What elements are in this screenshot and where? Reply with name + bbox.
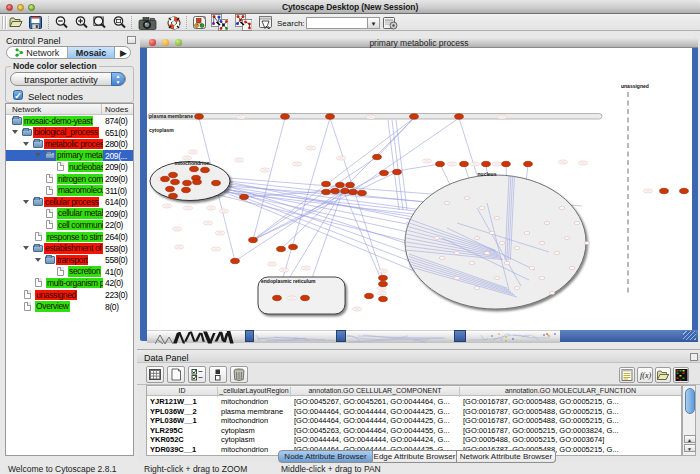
svg-text:plasma membrane: plasma membrane bbox=[149, 113, 193, 119]
svg-text:cytoplasm: cytoplasm bbox=[149, 127, 174, 133]
svg-text:unassigned: unassigned bbox=[621, 83, 649, 89]
svg-text:nucleus: nucleus bbox=[478, 170, 497, 176]
svg-text:f(x): f(x) bbox=[640, 371, 651, 380]
svg-text:endoplasmic reticulum: endoplasmic reticulum bbox=[261, 278, 316, 284]
svg-text:mitochondrion: mitochondrion bbox=[175, 160, 210, 166]
